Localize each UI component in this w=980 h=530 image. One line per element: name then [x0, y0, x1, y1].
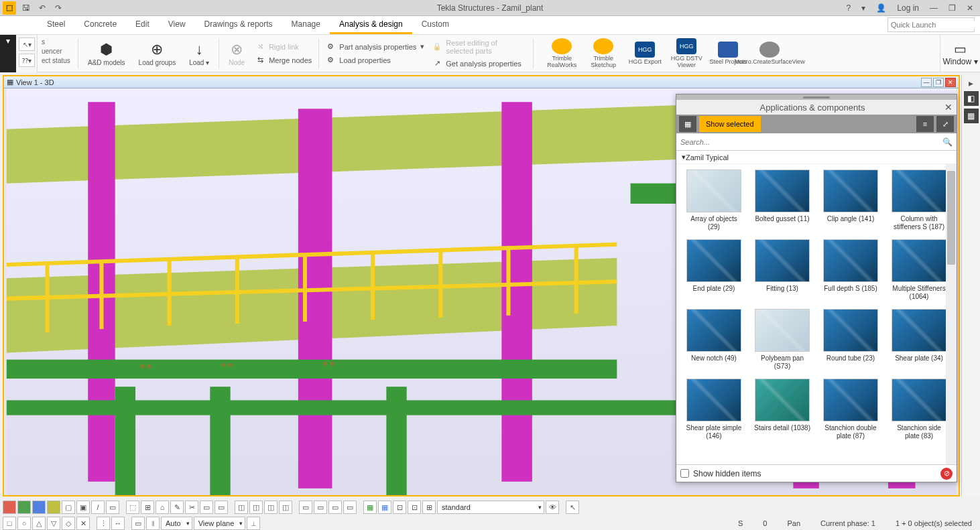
snap-yellow[interactable]: [47, 501, 60, 514]
quick-launch[interactable]: 🔍: [887, 17, 975, 32]
menu-drawings[interactable]: Drawings & reports: [195, 16, 282, 34]
tool-l[interactable]: ▭: [299, 501, 312, 514]
panel-search[interactable]: 🔍: [676, 133, 957, 151]
component-item[interactable]: Polybeam pan (S73): [750, 309, 814, 371]
tool-pointer[interactable]: ↖: [566, 501, 579, 514]
grid-panel-icon[interactable]: ▦: [964, 109, 979, 123]
menu-steel[interactable]: Steel: [38, 16, 74, 34]
help-tool[interactable]: ⁇▾: [19, 54, 35, 67]
component-item[interactable]: Round tube (23): [818, 309, 883, 371]
tool-h[interactable]: ◫: [235, 501, 248, 514]
tool-d[interactable]: ✎: [170, 501, 184, 514]
snap-par[interactable]: ⦀: [146, 517, 160, 530]
restore-icon[interactable]: ❐: [946, 3, 959, 13]
tool-n[interactable]: ▭: [328, 501, 342, 514]
ortho-toggle[interactable]: ⟂: [247, 517, 260, 530]
menu-view[interactable]: View: [159, 16, 195, 34]
load-properties-button[interactable]: ⚙Load properties: [326, 54, 424, 66]
viewplane-dropdown[interactable]: View plane: [194, 517, 246, 530]
tool-o[interactable]: ▭: [343, 501, 357, 514]
app-macro-surface[interactable]: Macro.CreateSurfaceView: [751, 42, 788, 66]
pointer-tool[interactable]: ↖▾: [19, 38, 35, 51]
component-item[interactable]: Shear plate simple (146): [682, 379, 746, 440]
tool-e[interactable]: ✂: [185, 501, 198, 514]
redo-icon[interactable]: ↷: [52, 2, 64, 14]
merge-nodes-button[interactable]: ⇆Merge nodes: [255, 54, 312, 66]
show-hidden-checkbox[interactable]: [680, 469, 689, 478]
tool-f[interactable]: ▭: [200, 501, 213, 514]
menu-custom[interactable]: Custom: [412, 16, 458, 34]
component-item[interactable]: Array of objects (29): [682, 170, 746, 231]
snap-perp[interactable]: ▽: [47, 517, 60, 530]
app-hgg-export[interactable]: HGGHGG Export: [626, 42, 664, 66]
snap-1[interactable]: ▢: [62, 501, 75, 514]
help-icon[interactable]: ?: [844, 3, 854, 13]
load-button[interactable]: ↓Load ▾: [182, 35, 216, 72]
snap-blue[interactable]: [32, 501, 46, 514]
component-item[interactable]: Stanchion side plate (83): [887, 379, 951, 440]
grid-view-button[interactable]: ▦: [679, 116, 696, 132]
collapse-icon[interactable]: ⤢: [936, 116, 954, 132]
snap-ctr[interactable]: ◇: [62, 517, 75, 530]
minimize-icon[interactable]: —: [921, 78, 932, 87]
snap-int[interactable]: △: [32, 517, 46, 530]
snap-line[interactable]: ↔: [111, 517, 125, 530]
show-selected-button[interactable]: Show selected: [699, 116, 761, 132]
tool-k[interactable]: ◫: [279, 501, 292, 514]
tool-a[interactable]: ⬚: [126, 501, 139, 514]
viewport-titlebar[interactable]: ▦ View 1 - 3D — ❐ ✕: [4, 76, 959, 88]
snap-4[interactable]: ▭: [106, 501, 119, 514]
app-trimble-sketchup[interactable]: Trimble Sketchup: [585, 38, 622, 69]
search-input[interactable]: [680, 138, 942, 146]
component-item[interactable]: Full depth S (185): [818, 239, 883, 301]
component-item[interactable]: End plate (29): [682, 239, 746, 301]
snap-green[interactable]: [17, 501, 31, 514]
tool-sel2[interactable]: ⊡: [408, 501, 421, 514]
component-item[interactable]: Stairs detail (1038): [750, 379, 814, 440]
chevron-down-icon[interactable]: ▾: [2, 35, 14, 47]
menu-manage[interactable]: Manage: [282, 16, 330, 34]
snap-mid[interactable]: ○: [17, 517, 31, 530]
list-view-button[interactable]: ≡: [916, 116, 934, 132]
snap-end[interactable]: □: [3, 517, 16, 530]
component-group[interactable]: ▾ Zamil Typical: [676, 151, 957, 164]
snap-red[interactable]: [3, 501, 16, 514]
tool-grid1[interactable]: ▦: [363, 501, 377, 514]
component-item[interactable]: New notch (49): [682, 309, 746, 371]
standard-dropdown[interactable]: standard: [437, 501, 544, 514]
save-icon[interactable]: 🖫: [20, 2, 32, 14]
snap-2[interactable]: ▣: [76, 501, 90, 514]
snap-3[interactable]: /: [91, 501, 105, 514]
menu-edit[interactable]: Edit: [126, 16, 159, 34]
panel-grip[interactable]: [676, 94, 957, 100]
minimize-icon[interactable]: —: [927, 3, 940, 13]
tool-grid2[interactable]: ▦: [378, 501, 391, 514]
component-item[interactable]: Column with stiffeners S (187): [887, 170, 951, 231]
close-icon[interactable]: ✕: [964, 3, 976, 13]
part-analysis-properties-button[interactable]: ⚙Part analysis properties ▾: [326, 41, 424, 53]
component-item[interactable]: Bolted gusset (11): [750, 170, 814, 231]
tool-i[interactable]: ◫: [249, 501, 263, 514]
close-icon[interactable]: ✕: [945, 78, 956, 87]
close-icon[interactable]: ✕: [944, 102, 953, 113]
app-hgg-dstv[interactable]: HGGHGG DSTV Viewer: [668, 38, 705, 69]
tool-c[interactable]: ⌂: [156, 501, 169, 514]
auto-dropdown[interactable]: Auto: [161, 517, 192, 530]
component-item[interactable]: Clip angle (141): [818, 170, 883, 231]
cube-panel-icon[interactable]: ◧: [964, 91, 979, 106]
search-icon[interactable]: 🔍: [942, 137, 953, 147]
tool-sel3[interactable]: ⊞: [422, 501, 436, 514]
snap-ext[interactable]: ▭: [131, 517, 145, 530]
load-groups-button[interactable]: ⊕Load groups: [132, 35, 183, 72]
user-icon[interactable]: 👤: [873, 3, 889, 13]
panel-scrollbar[interactable]: [946, 164, 957, 464]
snap-grid[interactable]: ⋮: [97, 517, 110, 530]
quick-launch-input[interactable]: [891, 21, 980, 29]
maximize-icon[interactable]: ❐: [933, 78, 944, 87]
login-button[interactable]: Log in: [894, 3, 922, 13]
window-group[interactable]: ▭ Window ▾: [940, 35, 980, 72]
component-item[interactable]: Multiple Stiffeners (1064): [887, 239, 951, 301]
ad-models-button[interactable]: ⬢A&D models: [81, 35, 132, 72]
chevron-down-icon[interactable]: ▾: [859, 3, 868, 13]
tool-j[interactable]: ◫: [264, 501, 278, 514]
